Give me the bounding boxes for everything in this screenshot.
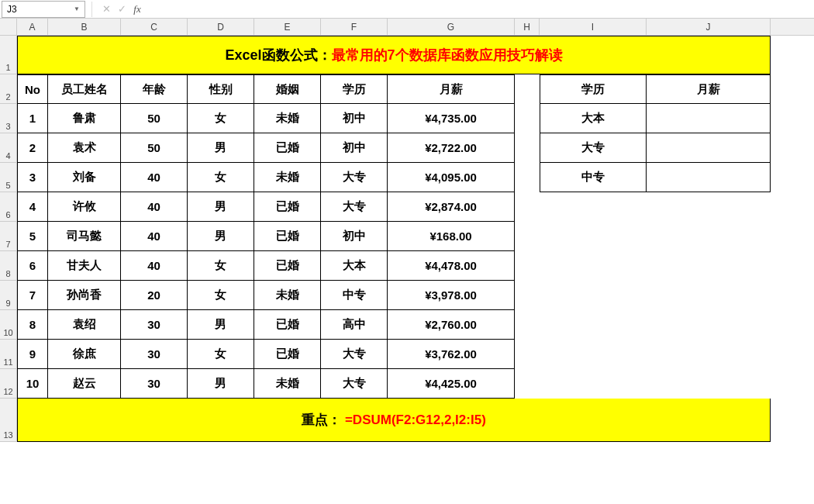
cell-salary[interactable]: ¥4,425.00 [388,369,515,399]
cell-gender[interactable]: 女 [188,340,254,369]
cancel-icon[interactable]: ✕ [98,2,114,17]
cell-salary[interactable]: ¥2,760.00 [388,310,515,340]
cell-salary[interactable]: ¥3,762.00 [388,340,515,369]
row-header-7[interactable]: 7 [0,222,17,251]
name-box[interactable]: J3 ▼ [2,1,85,18]
cell-name[interactable]: 鲁肃 [48,104,121,133]
row-header-13[interactable]: 13 [0,399,17,442]
col-header-F[interactable]: F [321,19,388,35]
row-header-5[interactable]: 5 [0,163,17,192]
row-header-9[interactable]: 9 [0,281,17,310]
hdr-edu2[interactable]: 学历 [540,74,647,104]
col-header-E[interactable]: E [254,19,321,35]
cell-marriage[interactable]: 已婚 [254,222,321,251]
cell-gender[interactable]: 女 [188,104,254,133]
cell-no[interactable]: 10 [17,369,48,399]
cell-criteria-salary[interactable] [647,163,771,192]
hdr-salary2[interactable]: 月薪 [647,74,771,104]
cell-criteria-edu[interactable]: 大本 [540,104,647,133]
cell-criteria-salary[interactable] [647,104,771,133]
cell-edu[interactable]: 初中 [321,222,388,251]
row-header-10[interactable]: 10 [0,310,17,340]
cell-no[interactable]: 8 [17,310,48,340]
cell-salary[interactable]: ¥3,978.00 [388,281,515,310]
cell-gender[interactable]: 男 [188,192,254,222]
cell-age[interactable]: 30 [121,369,188,399]
cell-marriage[interactable]: 已婚 [254,192,321,222]
cell-gender[interactable]: 男 [188,310,254,340]
cell-marriage[interactable]: 已婚 [254,310,321,340]
cell-salary[interactable]: ¥2,722.00 [388,133,515,163]
row-header-11[interactable]: 11 [0,340,17,369]
cell-edu[interactable]: 大本 [321,251,388,281]
cell-salary[interactable]: ¥4,095.00 [388,163,515,192]
row-header-12[interactable]: 12 [0,369,17,399]
cell-name[interactable]: 许攸 [48,192,121,222]
cell-age[interactable]: 40 [121,251,188,281]
cell-edu[interactable]: 大专 [321,192,388,222]
fx-icon[interactable]: fx [129,2,145,17]
confirm-icon[interactable]: ✓ [114,2,129,17]
cell-edu[interactable]: 大专 [321,163,388,192]
row-header-3[interactable]: 3 [0,104,17,133]
col-header-J[interactable]: J [647,19,771,35]
cell-no[interactable]: 7 [17,281,48,310]
cell-criteria-edu[interactable]: 大专 [540,133,647,163]
hdr-salary[interactable]: 月薪 [388,74,515,104]
cell-gender[interactable]: 女 [188,163,254,192]
cell-name[interactable]: 袁绍 [48,310,121,340]
cell-age[interactable]: 30 [121,310,188,340]
row-header-6[interactable]: 6 [0,192,17,222]
cell-gender[interactable]: 女 [188,281,254,310]
cell-marriage[interactable]: 未婚 [254,369,321,399]
col-header-C[interactable]: C [121,19,188,35]
cell-salary[interactable]: ¥2,874.00 [388,192,515,222]
cell-edu[interactable]: 高中 [321,310,388,340]
row-header-4[interactable]: 4 [0,133,17,163]
chevron-down-icon[interactable]: ▼ [74,5,80,12]
cell-name[interactable]: 赵云 [48,369,121,399]
cell-edu[interactable]: 初中 [321,133,388,163]
select-all-corner[interactable] [0,19,17,36]
cell-no[interactable]: 6 [17,251,48,281]
cell-salary[interactable]: ¥4,735.00 [388,104,515,133]
cell-no[interactable]: 3 [17,163,48,192]
cell-age[interactable]: 40 [121,222,188,251]
col-header-I[interactable]: I [540,19,647,35]
cell-no[interactable]: 5 [17,222,48,251]
cell-marriage[interactable]: 未婚 [254,104,321,133]
cell-salary[interactable]: ¥4,478.00 [388,251,515,281]
cell-salary[interactable]: ¥168.00 [388,222,515,251]
cell-no[interactable]: 9 [17,340,48,369]
cell-no[interactable]: 1 [17,104,48,133]
cell-name[interactable]: 司马懿 [48,222,121,251]
cell-marriage[interactable]: 未婚 [254,281,321,310]
cell-marriage[interactable]: 已婚 [254,340,321,369]
row-header-8[interactable]: 8 [0,251,17,281]
hdr-name[interactable]: 员工姓名 [48,74,121,104]
hdr-age[interactable]: 年龄 [121,74,188,104]
cell-age[interactable]: 30 [121,340,188,369]
cell-age[interactable]: 40 [121,192,188,222]
cell-marriage[interactable]: 已婚 [254,133,321,163]
cell-name[interactable]: 刘备 [48,163,121,192]
cell-gender[interactable]: 男 [188,369,254,399]
hdr-marriage[interactable]: 婚姻 [254,74,321,104]
hdr-gender[interactable]: 性别 [188,74,254,104]
col-header-D[interactable]: D [188,19,254,35]
cell-age[interactable]: 50 [121,104,188,133]
cell-criteria-edu[interactable]: 中专 [540,163,647,192]
hdr-edu[interactable]: 学历 [321,74,388,104]
cell-edu[interactable]: 初中 [321,104,388,133]
cell-edu[interactable]: 中专 [321,281,388,310]
cell-name[interactable]: 徐庶 [48,340,121,369]
row-header-1[interactable]: 1 [0,36,17,74]
col-header-G[interactable]: G [388,19,515,35]
cell-age[interactable]: 40 [121,163,188,192]
hdr-no[interactable]: No [17,74,48,104]
cell-age[interactable]: 50 [121,133,188,163]
cell-no[interactable]: 4 [17,192,48,222]
cell-name[interactable]: 甘夫人 [48,251,121,281]
col-header-H[interactable]: H [515,19,540,35]
formula-input[interactable] [145,1,814,18]
